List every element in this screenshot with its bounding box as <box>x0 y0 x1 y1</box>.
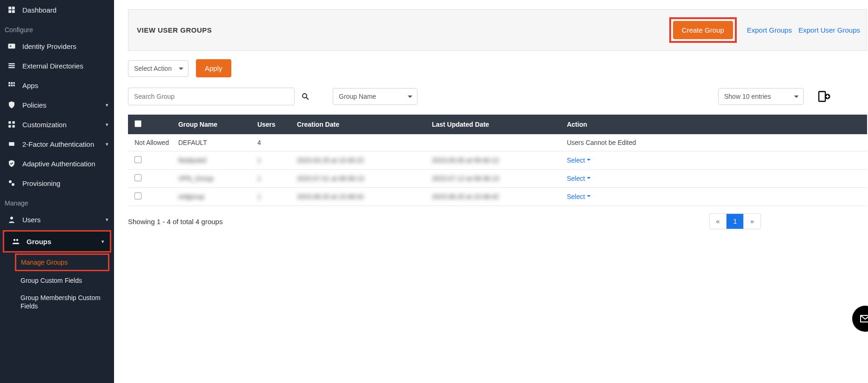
label: Apps <box>22 82 108 89</box>
chevron-down-icon: ▾ <box>106 217 108 223</box>
label: Identity Providers <box>22 42 108 50</box>
dashboard-icon <box>7 5 17 15</box>
svg-point-22 <box>10 217 13 219</box>
svg-point-5 <box>10 46 11 47</box>
svg-rect-9 <box>8 82 10 84</box>
svg-rect-15 <box>8 121 11 123</box>
cell-creation-date <box>292 134 427 151</box>
sidebar-item-policies[interactable]: Policies ▾ <box>0 95 114 115</box>
table-row: Not AllowedDEFAULT4Users Cannot be Edite… <box>128 134 867 151</box>
select-action-dropdown[interactable]: Select Action <box>128 60 188 77</box>
label: Adaptive Authentication <box>22 160 108 168</box>
sidebar-subitem-group-membership-custom-fields[interactable]: Group Membership Custom Fields <box>0 289 114 315</box>
showing-text: Showing 1 - 4 of total 4 groups <box>128 218 222 226</box>
sidebar-item-two-factor[interactable]: 2-Factor Authentication ▾ <box>0 134 114 154</box>
cell-creation-date: 2023.04.25 at 10:45:22 <box>292 151 427 170</box>
col-group-name: Group Name <box>174 115 253 134</box>
export-groups-link[interactable]: Export Groups <box>747 26 792 34</box>
search-row: Group Name Show 10 entries <box>128 77 868 105</box>
col-last-updated: Last Updated Date <box>427 115 562 134</box>
chevron-down-icon: ▾ <box>106 122 108 128</box>
cell-group-name: DEFAULT <box>174 134 253 151</box>
svg-rect-7 <box>8 65 15 66</box>
svg-rect-17 <box>8 125 11 128</box>
chevron-down-icon: ▾ <box>106 141 108 147</box>
row-checkbox[interactable] <box>135 174 141 181</box>
table-row: Redacted12023.04.25 at 10:45:222023.05.0… <box>128 151 867 170</box>
create-group-button[interactable]: Create Group <box>673 21 733 39</box>
row-action-select[interactable]: Select <box>567 193 591 200</box>
chevron-down-icon: ▾ <box>106 102 108 108</box>
two-factor-icon <box>7 139 17 149</box>
pager-next[interactable]: » <box>744 214 760 229</box>
svg-rect-27 <box>819 92 825 102</box>
table-footer: Showing 1 - 4 of total 4 groups « 1 » <box>128 206 868 229</box>
export-user-groups-link[interactable]: Export User Groups <box>798 26 860 34</box>
sidebar-item-apps[interactable]: Apps <box>0 75 114 95</box>
filter-field-dropdown[interactable]: Group Name <box>333 88 417 105</box>
label: External Directories <box>22 62 108 70</box>
label: Dashboard <box>22 6 108 14</box>
col-creation-date: Creation Date <box>292 115 427 134</box>
cell-action: Select <box>562 151 867 170</box>
svg-point-23 <box>13 239 16 241</box>
svg-rect-2 <box>8 10 11 13</box>
sidebar-item-groups[interactable]: Groups ▾ <box>3 230 111 253</box>
row-action-select[interactable]: Select <box>567 157 591 164</box>
svg-rect-14 <box>13 85 15 87</box>
row-action-select[interactable]: Select <box>567 175 591 182</box>
sidebar-subitem-manage-groups[interactable]: Manage Groups <box>15 253 109 271</box>
svg-rect-4 <box>8 44 15 49</box>
sidebar-item-customization[interactable]: Customization ▾ <box>0 115 114 134</box>
create-group-highlight: Create Group <box>669 17 737 43</box>
sidebar-subitem-group-custom-fields[interactable]: Group Custom Fields <box>0 272 114 289</box>
svg-point-21 <box>12 183 14 186</box>
svg-rect-18 <box>13 125 15 128</box>
sidebar-item-users[interactable]: Users ▾ <box>0 210 114 229</box>
svg-rect-19 <box>9 142 14 146</box>
label: Groups <box>27 238 101 246</box>
pager-page-1[interactable]: 1 <box>727 214 744 229</box>
cell-users: 1 <box>253 151 292 170</box>
svg-rect-10 <box>11 82 13 84</box>
sidebar: Dashboard Configure Identity Providers E… <box>0 0 114 383</box>
label: Customization <box>22 121 106 129</box>
sidebar-section-manage: Manage <box>0 193 114 210</box>
label: 2-Factor Authentication <box>22 140 106 148</box>
table-row: VPN_Group12023.07.01 at 08:36:132023.07.… <box>128 170 867 188</box>
svg-rect-0 <box>8 7 11 9</box>
sidebar-item-adaptive-auth[interactable]: Adaptive Authentication <box>0 154 114 173</box>
search-icon[interactable] <box>301 92 310 101</box>
cell-users[interactable]: 4 <box>253 134 292 151</box>
sidebar-item-external-directories[interactable]: External Directories <box>0 56 114 75</box>
svg-rect-8 <box>8 67 15 68</box>
cell-action: Users Cannot be Edited <box>562 134 867 151</box>
svg-rect-3 <box>12 10 15 13</box>
show-entries-dropdown[interactable]: Show 10 entries <box>718 88 804 105</box>
sidebar-item-provisioning[interactable]: Provisioning <box>0 173 114 193</box>
mail-icon <box>860 313 868 324</box>
cell-last-updated <box>427 134 562 151</box>
svg-rect-1 <box>12 7 15 9</box>
label: Policies <box>22 101 106 109</box>
cell-group-name: redgroup <box>174 188 253 206</box>
svg-point-20 <box>9 180 12 183</box>
sidebar-item-dashboard[interactable]: Dashboard <box>0 0 114 20</box>
palette-icon <box>7 119 17 130</box>
search-input[interactable] <box>128 88 295 105</box>
svg-rect-12 <box>8 85 10 87</box>
pager-prev[interactable]: « <box>710 214 727 229</box>
svg-rect-11 <box>13 82 15 84</box>
groups-table: Group Name Users Creation Date Last Upda… <box>128 115 867 206</box>
apply-button[interactable]: Apply <box>196 59 231 77</box>
select-all-checkbox[interactable] <box>135 120 141 127</box>
shield-check-icon <box>7 158 17 169</box>
sidebar-item-identity-providers[interactable]: Identity Providers <box>0 36 114 56</box>
row-checkbox[interactable] <box>135 192 141 199</box>
cell-creation-date: 2023.08.20 at 10:48:42 <box>292 188 427 206</box>
add-column-icon[interactable] <box>818 90 831 103</box>
row-checkbox[interactable] <box>135 156 141 163</box>
group-icon <box>11 236 21 246</box>
label: Users <box>22 216 106 224</box>
label: Provisioning <box>22 179 108 187</box>
